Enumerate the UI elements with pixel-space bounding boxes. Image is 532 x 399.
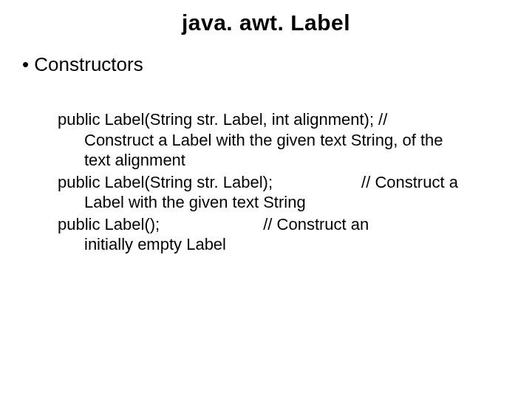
body-text: public Label(String str. Label, int alig… xyxy=(58,109,471,256)
constructor-signature: public Label();// Construct an xyxy=(58,214,471,235)
constructor-description: initially empty Label xyxy=(58,234,471,255)
constructor-description: Label with the given text String xyxy=(58,192,471,213)
slide: java. awt. Label Constructors public Lab… xyxy=(0,0,532,399)
signature-text: public Label(String str. Label); xyxy=(58,173,273,191)
constructor-entry: public Label();// Construct an initially… xyxy=(58,214,471,255)
signature-text: public Label(); xyxy=(58,215,160,233)
slide-title: java. awt. Label xyxy=(0,10,532,35)
constructor-signature: public Label(String str. Label, int alig… xyxy=(58,109,471,130)
signature-comment: // Construct a xyxy=(361,173,458,191)
constructor-entry: public Label(String str. Label, int alig… xyxy=(58,109,471,171)
constructor-signature: public Label(String str. Label);// Const… xyxy=(58,172,471,193)
constructor-entry: public Label(String str. Label);// Const… xyxy=(58,172,471,213)
constructor-description: Construct a Label with the given text St… xyxy=(58,130,471,171)
section-heading: Constructors xyxy=(22,53,143,76)
signature-comment: // Construct an xyxy=(263,215,369,233)
